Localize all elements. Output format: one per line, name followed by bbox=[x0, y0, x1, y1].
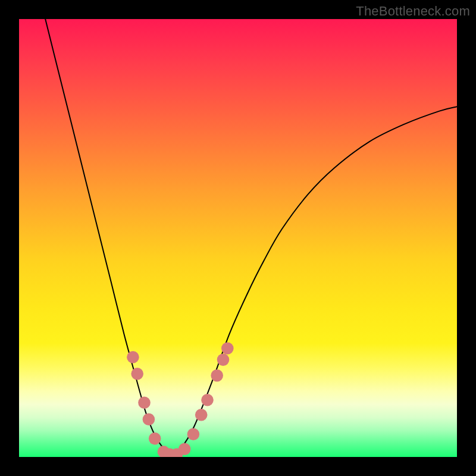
watermark-text: TheBottleneck.com bbox=[356, 4, 470, 19]
highlight-dot bbox=[131, 368, 143, 380]
highlight-dot bbox=[211, 369, 223, 382]
highlight-dot bbox=[127, 351, 139, 364]
highlight-dot bbox=[217, 353, 230, 366]
plot-area bbox=[19, 19, 457, 457]
highlight-dot bbox=[201, 394, 214, 406]
highlight-dot bbox=[195, 409, 208, 421]
highlight-dot bbox=[143, 413, 155, 425]
curve-layer bbox=[19, 19, 457, 457]
bottleneck-curve bbox=[45, 19, 457, 455]
chart-frame: TheBottleneck.com bbox=[0, 0, 476, 476]
highlight-dot bbox=[138, 396, 151, 409]
highlight-dot bbox=[178, 443, 191, 456]
highlight-dot bbox=[187, 428, 200, 440]
highlight-dot bbox=[221, 342, 234, 355]
highlight-dot bbox=[149, 433, 161, 445]
highlight-dots bbox=[127, 342, 234, 457]
